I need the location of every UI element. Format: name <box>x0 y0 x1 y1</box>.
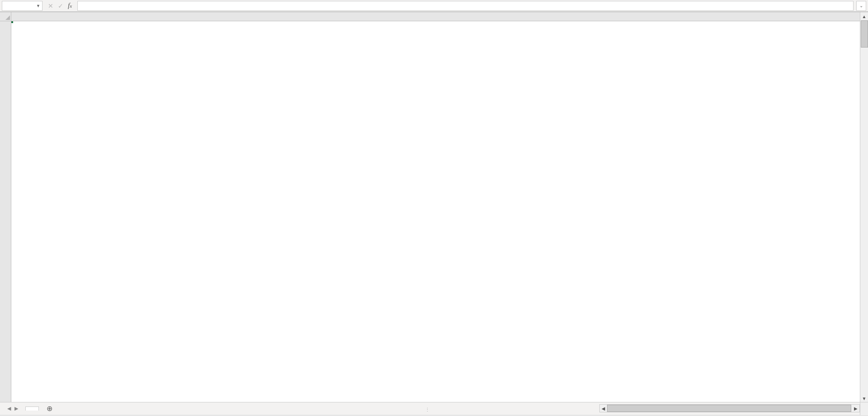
formula-buttons: ✕ ✓ fx <box>45 2 75 10</box>
tab-next-icon[interactable]: ▶ <box>14 406 18 411</box>
scroll-down-icon[interactable]: ▼ <box>860 394 868 402</box>
horizontal-scrollbar[interactable]: ◀ ▶ <box>599 404 860 412</box>
vertical-scrollbar[interactable]: ▲ ▼ <box>860 12 868 402</box>
column-headers[interactable] <box>11 12 868 21</box>
row-headers[interactable] <box>0 21 11 402</box>
scroll-right-icon[interactable]: ▶ <box>852 405 859 412</box>
accept-icon[interactable]: ✓ <box>58 2 63 10</box>
chevron-down-icon[interactable]: ▼ <box>36 4 40 8</box>
name-box[interactable]: ▼ <box>2 1 43 11</box>
hscroll-thumb[interactable] <box>607 405 851 412</box>
hscroll-track[interactable] <box>607 405 852 412</box>
vscroll-track[interactable] <box>860 20 868 394</box>
sheet-tab-active[interactable] <box>25 406 39 411</box>
cancel-icon[interactable]: ✕ <box>48 2 53 10</box>
cells-viewport[interactable] <box>11 21 868 402</box>
fx-icon[interactable]: fx <box>68 2 72 10</box>
tab-split-handle[interactable]: ⋮ <box>425 407 431 412</box>
formula-bar: ▼ ✕ ✓ fx ⌄ <box>0 0 868 12</box>
new-sheet-button[interactable]: ⊕ <box>44 404 54 414</box>
vscroll-thumb[interactable] <box>861 20 868 48</box>
scroll-up-icon[interactable]: ▲ <box>860 12 868 20</box>
scroll-left-icon[interactable]: ◀ <box>600 405 607 412</box>
select-all-corner[interactable] <box>0 12 11 21</box>
formula-input[interactable] <box>77 1 854 11</box>
spreadsheet-grid[interactable]: ▲ ▼ <box>0 12 868 402</box>
active-cell-outline <box>11 21 13 23</box>
tab-nav: ◀ ▶ <box>0 406 25 411</box>
sheet-tab-bar: ◀ ▶ ⊕ ⋮ ◀ ▶ <box>0 402 868 415</box>
formula-expand-button[interactable]: ⌄ <box>856 1 866 11</box>
tab-prev-icon[interactable]: ◀ <box>7 406 11 411</box>
scroll-corner <box>860 402 868 415</box>
